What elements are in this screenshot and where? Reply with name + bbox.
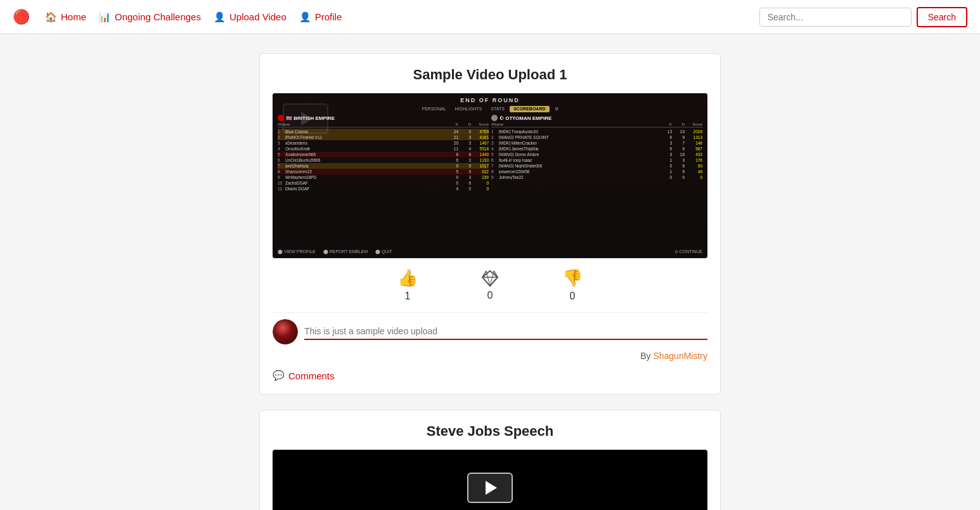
video-card-1: Sample Video Upload 1 END OF ROUND PERSO… [259,53,721,395]
play-triangle-icon-2 [486,481,497,495]
view-profile-link: ⬤ VIEW PROFILE [278,249,316,254]
diamond-item: 0 [481,270,499,301]
dislike-item: 👎 0 [562,268,583,302]
sb-teams: 🇬🇧 BRITISH EMPIRE #NameKDScore 1Blue Cos… [278,115,702,192]
scoreboard-overlay: END OF ROUND PERSONAL HIGHLIGHTS STATS S… [273,93,707,258]
sb-row: 3xDeserdens2031467 [278,140,489,146]
nav-links: 🏠 Home 📊 Ongoing Challenges 👤 Upload Vid… [45,11,744,23]
brand-icon: 🔴 [13,9,30,25]
comment-input[interactable] [304,324,707,340]
video-thumbnail-1[interactable]: END OF ROUND PERSONAL HIGHLIGHTS STATS S… [273,93,707,258]
nav-home[interactable]: 🏠 Home [45,11,86,23]
sb-row: 11Dkaris DGAF400 [278,186,489,192]
nav-upload-video[interactable]: 👤 Upload Video [214,11,287,23]
report-emblem-link: ⬤ REPORT EMBLEM [323,249,368,254]
sb-team1-cols: #NameKDScore [278,122,489,128]
by-line: By ShagunMistry [273,351,707,361]
diamond-count: 0 [487,290,493,301]
navbar: 🔴 🏠 Home 📊 Ongoing Challenges 👤 Upload V… [0,0,980,34]
comment-input-wrapper [304,324,707,340]
sb-row: 2[WANG] PRIVATE SQUINT691313 [491,134,702,140]
sb-team2-header: ☪ OTTOMAN EMPIRE [491,115,702,121]
sb-tab-extra: ⚙ [551,106,562,112]
sb-row: 10ZachsDGAF060 [278,180,489,186]
sb-row: 5[WANG] Dome Ambre316433 [491,152,702,157]
video-thumbnail-2[interactable] [273,450,707,510]
like-icon[interactable]: 👍 [397,268,418,288]
sb-team1-header: 🇬🇧 BRITISH EMPIRE [278,115,489,121]
main-content: Sample Video Upload 1 END OF ROUND PERSO… [249,53,731,510]
sb-tab-highlights: HIGHLIGHTS [451,106,486,112]
comment-bubble-icon: 💬 [273,370,285,381]
search-input[interactable] [759,8,912,27]
video-title-1: Sample Video Upload 1 [273,67,707,83]
like-item: 👍 1 [397,268,418,302]
home-icon: 🏠 [45,11,57,23]
avatar-image [273,319,298,344]
author-link[interactable]: ShagunMistry [653,351,707,361]
team2-icon [491,115,498,121]
sb-team-2: ☪ OTTOMAN EMPIRE #NameKDScore 1[MDK] Tro… [491,115,702,192]
sb-tab-scoreboard: SCOREBOARD [510,106,550,112]
sb-header: END OF ROUND [278,97,702,103]
sb-team-1: 🇬🇧 BRITISH EMPIRE #NameKDScore 1Blue Cos… [278,115,489,192]
sb-team2-cols: #NameKDScore [491,122,702,128]
chart-icon: 📊 [99,11,111,23]
sb-row: 9JohnnyTee22000 [491,174,702,180]
dislike-count: 0 [570,291,576,302]
comment-row [273,319,707,344]
team2-name: ☪ OTTOMAN EMPIRE [500,115,551,121]
dislike-icon[interactable]: 👎 [562,268,583,288]
team1-name: 🇬🇧 BRITISH EMPIRE [286,115,335,121]
divider [273,312,707,313]
sb-tab-personal: PERSONAL [418,106,449,112]
upload-icon: 👤 [214,11,226,23]
search-area: Search [759,7,967,27]
sb-tabs: PERSONAL HIGHLIGHTS STATS SCOREBOARD ⚙ [278,106,702,112]
quit-link: ⬤ QUIT [375,249,392,254]
vote-row: 👍 1 0 👎 0 [273,268,707,302]
video-card-2: Steve Jobs Speech [259,410,721,510]
nav-ongoing-challenges[interactable]: 📊 Ongoing Challenges [99,11,201,23]
team1-icon [278,115,284,121]
sb-row: 7[WANG] NightShide0080890 [491,163,702,169]
sb-tab-stats: STATS [487,106,508,112]
nav-profile[interactable]: 👤 Profile [299,11,342,23]
comments-link[interactable]: 💬 Comments [273,370,707,381]
sb-row: 1[MDK] TroopAustin2013102028 [491,129,702,134]
sb-row: 4[MDK] JamesThigKlia69987 [491,146,702,152]
sb-row: 7axel2hahiuig991017 [278,163,489,169]
brand-logo[interactable]: 🔴 [13,9,30,25]
sb-row: 3[MDK] MillenCracker37148 [491,140,702,146]
sb-row: 5Xoattomoner666881440 [278,152,489,157]
sb-row: 9WrMayhem28PD03239 [278,174,489,180]
sb-row: 8powercer1594561948 [491,169,702,174]
diamond-icon[interactable] [481,270,499,287]
like-count: 1 [405,291,411,302]
sb-row: 8Sharzzomm1555622 [278,169,489,174]
video-title-2: Steve Jobs Speech [273,423,707,440]
sb-row: 6UnCle1BucKu5666631193 [278,157,489,163]
sb-row: 2[RsMO] FireHid V112134161 [278,134,489,140]
play-button-2[interactable] [467,473,513,503]
search-button[interactable]: Search [917,7,967,27]
continue-link: ⊙ CONTINUE [674,249,703,254]
avatar [273,319,298,344]
profile-icon: 👤 [299,11,311,23]
sb-row: 1Blue Cosmic2404769 [278,129,489,134]
sb-row: 6ltu4li-e! loop Isaac13176 [491,157,702,163]
sb-row: 4OncofocKndlr1145518 [278,146,489,152]
